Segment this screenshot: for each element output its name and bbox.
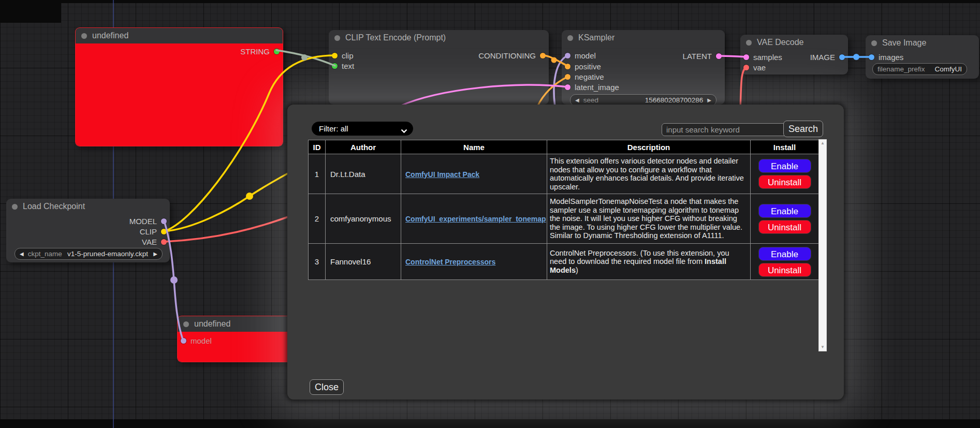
- scroll-up-icon[interactable]: ▲: [821, 141, 825, 145]
- node-save-image[interactable]: Save Image images filename_prefix ComfyU…: [866, 35, 979, 79]
- input-dot-negative[interactable]: [565, 74, 571, 80]
- output-slot-string[interactable]: STRING: [240, 47, 280, 56]
- slot-label: STRING: [240, 47, 270, 56]
- input-dot-text[interactable]: [332, 63, 338, 69]
- canvas-corner-black: [0, 0, 61, 23]
- extension-link[interactable]: ComfyUI_experiments/sampler_tonemap: [405, 215, 546, 223]
- input-dot-model[interactable]: [181, 338, 186, 344]
- widget-name: filename_prefix: [877, 65, 925, 73]
- node-undefined-string[interactable]: undefined STRING: [75, 27, 283, 146]
- output-dot-string[interactable]: [274, 49, 280, 54]
- node-collapse-dot[interactable]: [81, 33, 87, 39]
- enable-button[interactable]: Enable: [758, 247, 811, 261]
- link-dot[interactable]: [853, 54, 859, 60]
- input-slot-model[interactable]: model: [181, 336, 212, 345]
- node-vae-decode[interactable]: VAE Decode samples vae IMAGE: [740, 35, 848, 75]
- link-dot[interactable]: [551, 57, 557, 63]
- extension-link[interactable]: ControlNet Preprocessors: [405, 258, 495, 266]
- uninstall-button[interactable]: Uninstall: [758, 175, 811, 189]
- input-slot-samples[interactable]: samples: [743, 53, 782, 62]
- cell-id: 1: [309, 154, 326, 194]
- header-name: Name: [401, 140, 547, 154]
- input-slot-vae[interactable]: vae: [743, 63, 766, 72]
- input-slot-negative[interactable]: negative: [565, 72, 604, 81]
- extension-link[interactable]: ComfyUI Impact Pack: [405, 170, 479, 179]
- widget-value: v1-5-pruned-emaonly.ckpt: [66, 250, 150, 258]
- node-clip-text-encode[interactable]: CLIP Text Encode (Prompt) clip text COND…: [329, 30, 549, 105]
- input-slot-model[interactable]: model: [565, 51, 596, 60]
- extensions-table: ID Author Name Description Install 1 Dr.…: [308, 140, 819, 280]
- uninstall-button[interactable]: Uninstall: [758, 220, 811, 234]
- link-dot[interactable]: [301, 54, 308, 61]
- node-collapse-dot[interactable]: [567, 35, 573, 41]
- input-dot-clip[interactable]: [332, 53, 338, 58]
- filename-prefix-widget[interactable]: filename_prefix ComfyUI: [872, 63, 967, 75]
- output-slot-image[interactable]: IMAGE: [810, 53, 845, 62]
- table-row: 3 Fannovel16 ControlNet Preprocessors Co…: [309, 244, 819, 280]
- cell-description: This extension offers various detector n…: [547, 154, 751, 194]
- node-title: KSampler: [578, 33, 615, 42]
- widget-name: seed: [583, 96, 598, 104]
- uninstall-button[interactable]: Uninstall: [758, 263, 811, 277]
- node-collapse-dot[interactable]: [334, 35, 340, 41]
- node-title: Load Checkpoint: [23, 202, 85, 211]
- link-dot[interactable]: [246, 193, 253, 200]
- node-collapse-dot[interactable]: [871, 40, 877, 46]
- search-button[interactable]: Search: [783, 121, 823, 137]
- node-undefined-model[interactable]: undefined model: [177, 316, 295, 362]
- widget-decrement-icon[interactable]: ◀: [575, 98, 579, 103]
- widget-name: ckpt_name: [28, 250, 62, 258]
- link-dot[interactable]: [170, 276, 178, 284]
- header-install: Install: [751, 140, 819, 154]
- header-id: ID: [309, 140, 326, 154]
- widget-increment-icon[interactable]: ▶: [707, 98, 711, 103]
- close-button[interactable]: Close: [310, 379, 344, 395]
- table-row: 2 comfyanonymous ComfyUI_experiments/sam…: [309, 194, 819, 244]
- node-load-checkpoint[interactable]: Load Checkpoint MODEL CLIP VAE ◀ ckpt_na…: [6, 199, 170, 262]
- input-slot-positive[interactable]: positive: [565, 62, 601, 71]
- output-dot-latent[interactable]: [716, 53, 722, 59]
- output-dot-clip[interactable]: [161, 229, 167, 234]
- table-scrollbar[interactable]: ▲ ▼: [818, 139, 827, 351]
- output-dot-image[interactable]: [839, 54, 845, 60]
- input-slot-latent-image[interactable]: latent_image: [565, 83, 619, 92]
- node-collapse-dot[interactable]: [746, 40, 752, 46]
- input-dot-model[interactable]: [565, 53, 571, 58]
- enable-button[interactable]: Enable: [758, 159, 811, 173]
- cell-author: Fannovel16: [326, 244, 401, 280]
- node-ksampler[interactable]: KSampler model positive negative latent_…: [562, 30, 725, 105]
- node-title: undefined: [194, 319, 230, 329]
- scroll-down-icon[interactable]: ▼: [821, 345, 825, 349]
- output-slot-vae[interactable]: VAE: [142, 238, 167, 246]
- output-dot-conditioning[interactable]: [540, 53, 546, 58]
- input-slot-clip[interactable]: clip: [332, 51, 354, 60]
- ckpt-name-widget[interactable]: ◀ ckpt_name v1-5-pruned-emaonly.ckpt ▶: [14, 248, 163, 260]
- header-author: Author: [326, 140, 401, 154]
- widget-value: 156680208700286: [603, 96, 703, 104]
- enable-button[interactable]: Enable: [758, 204, 811, 218]
- output-slot-conditioning[interactable]: CONDITIONING: [478, 51, 546, 60]
- output-slot-clip[interactable]: CLIP: [140, 227, 167, 236]
- filter-dropdown[interactable]: Filter: all: [312, 122, 413, 136]
- node-title: CLIP Text Encode (Prompt): [345, 33, 446, 42]
- output-dot-model[interactable]: [161, 218, 167, 224]
- output-slot-latent[interactable]: LATENT: [683, 52, 722, 61]
- widget-prev-icon[interactable]: ◀: [20, 252, 24, 257]
- widget-next-icon[interactable]: ▶: [153, 252, 157, 257]
- search-input[interactable]: [662, 123, 789, 136]
- cell-id: 3: [309, 244, 326, 280]
- node-collapse-dot[interactable]: [12, 204, 18, 210]
- input-dot-samples[interactable]: [743, 54, 749, 60]
- input-dot-vae[interactable]: [743, 65, 749, 70]
- output-dot-vae[interactable]: [161, 239, 167, 245]
- output-slot-model[interactable]: MODEL: [129, 217, 167, 226]
- input-dot-images[interactable]: [869, 54, 874, 60]
- input-dot-latent-image[interactable]: [565, 84, 571, 90]
- input-dot-positive[interactable]: [565, 64, 571, 69]
- node-collapse-dot[interactable]: [183, 321, 189, 327]
- canvas-edge-top: [0, 0, 980, 3]
- input-slot-text[interactable]: text: [332, 62, 354, 70]
- widget-value: ComfyUI: [929, 65, 962, 73]
- comfyui-graph-canvas[interactable]: undefined STRING CLIP Text Encode (Promp…: [0, 0, 980, 428]
- input-slot-images[interactable]: images: [869, 53, 903, 62]
